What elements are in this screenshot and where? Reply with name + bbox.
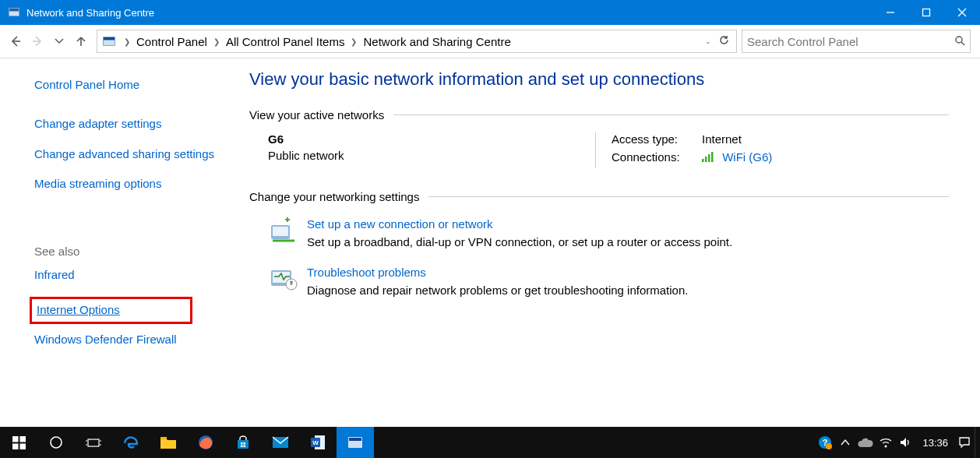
window-titlebar: Network and Sharing Centre (0, 0, 980, 25)
svg-point-49 (826, 443, 832, 449)
svg-line-13 (961, 42, 964, 45)
highlight-box: Internet Options (30, 297, 192, 323)
connections-label: Connections: (612, 150, 702, 164)
task-setup-connection: Set up a new connection or network Set u… (249, 217, 949, 248)
svg-rect-16 (708, 154, 710, 162)
svg-rect-4 (923, 9, 930, 16)
svg-rect-35 (160, 437, 167, 439)
divider (393, 114, 949, 115)
see-also-infrared[interactable]: Infrared (34, 267, 215, 283)
taskbar-file-explorer[interactable] (150, 427, 187, 458)
svg-rect-1 (9, 9, 19, 11)
network-name: G6 (268, 132, 595, 146)
chevron-right-icon[interactable]: ❯ (210, 37, 223, 46)
section-active-networks: View your active networks (249, 108, 384, 122)
taskbar-firefox[interactable] (187, 427, 224, 458)
address-bar[interactable]: ❯ Control Panel ❯ All Control Panel Item… (97, 30, 737, 53)
refresh-button[interactable] (714, 34, 733, 48)
taskbar-mail[interactable] (262, 427, 299, 458)
task-view-button[interactable] (75, 427, 112, 458)
window-title: Network and Sharing Centre (26, 7, 154, 19)
minimize-button[interactable] (872, 0, 908, 25)
taskbar-store[interactable] (224, 427, 262, 458)
svg-rect-25 (12, 436, 19, 442)
maximize-button[interactable] (908, 0, 944, 25)
taskbar-word[interactable]: W (299, 427, 337, 458)
svg-point-29 (51, 437, 62, 448)
access-type-label: Access type: (612, 132, 702, 146)
app-icon (8, 6, 20, 19)
svg-rect-30 (88, 439, 99, 446)
svg-rect-10 (104, 37, 115, 40)
taskbar-edge[interactable] (112, 427, 150, 458)
main-content: View your basic network information and … (234, 58, 980, 428)
sidebar-home[interactable]: Control Panel Home (34, 77, 215, 93)
tray-chevron-up-icon[interactable] (835, 427, 855, 458)
wifi-signal-icon (702, 151, 714, 162)
svg-rect-26 (19, 436, 26, 442)
task-troubleshoot: Troubleshoot problems Diagnose and repai… (249, 266, 949, 297)
svg-rect-39 (241, 446, 243, 448)
divider (428, 196, 949, 197)
connection-link[interactable]: WiFi (G6) (722, 150, 772, 164)
sidebar-link[interactable]: Change advanced sharing settings (34, 146, 215, 162)
svg-rect-2 (9, 12, 19, 16)
tray-volume-icon[interactable] (896, 427, 916, 458)
task-desc: Diagnose and repair network problems or … (307, 284, 688, 297)
svg-rect-27 (12, 443, 19, 449)
svg-rect-14 (702, 159, 704, 162)
task-title[interactable]: Troubleshoot problems (307, 266, 688, 279)
troubleshoot-icon (268, 266, 299, 294)
tray-action-center-icon[interactable] (954, 427, 975, 458)
breadcrumb[interactable]: All Control Panel Items (223, 33, 348, 50)
svg-point-12 (956, 37, 962, 43)
taskbar-control-panel[interactable] (337, 427, 374, 458)
tray-clock[interactable]: 13:36 (916, 437, 954, 449)
sidebar-link[interactable]: Media streaming options (34, 176, 215, 192)
svg-rect-46 (349, 438, 361, 441)
page-heading: View your basic network information and … (249, 69, 949, 90)
control-panel-icon (102, 34, 116, 48)
setup-connection-icon (268, 217, 299, 245)
svg-rect-15 (705, 157, 707, 162)
svg-rect-38 (244, 442, 246, 445)
close-button[interactable] (944, 0, 980, 25)
breadcrumb[interactable]: Network and Sharing Centre (360, 33, 513, 50)
start-button[interactable] (0, 427, 37, 458)
system-tray: ? 13:36 (815, 427, 980, 458)
see-also-header: See also (34, 245, 215, 258)
nav-toolbar: ❯ Control Panel ❯ All Control Panel Item… (0, 25, 980, 58)
svg-text:W: W (312, 439, 319, 446)
svg-rect-19 (273, 227, 288, 236)
back-button[interactable] (5, 30, 26, 52)
task-title[interactable]: Set up a new connection or network (307, 217, 732, 231)
search-input[interactable]: Search Control Panel (742, 30, 971, 53)
tray-wifi-icon[interactable] (876, 427, 896, 458)
svg-rect-11 (104, 41, 115, 45)
task-desc: Set up a broadband, dial-up or VPN conne… (307, 235, 732, 248)
forward-button[interactable] (26, 30, 48, 52)
up-button[interactable] (70, 30, 92, 52)
show-desktop-button[interactable] (975, 427, 980, 458)
section-change-settings: Change your networking settings (249, 190, 419, 203)
cortana-button[interactable] (37, 427, 75, 458)
chevron-down-icon[interactable]: ⌄ (702, 37, 714, 45)
tray-onedrive-icon[interactable] (855, 427, 876, 458)
chevron-right-icon[interactable]: ❯ (347, 37, 360, 46)
tray-help-icon[interactable]: ? (815, 427, 835, 458)
access-type-value: Internet (702, 132, 742, 146)
svg-point-50 (885, 445, 887, 447)
breadcrumb[interactable]: Control Panel (133, 33, 210, 50)
search-icon[interactable] (954, 35, 965, 48)
see-also-internet-options[interactable]: Internet Options (37, 302, 120, 318)
see-also-firewall[interactable]: Windows Defender Firewall (34, 332, 215, 347)
svg-rect-37 (241, 442, 243, 445)
recent-dropdown[interactable] (48, 30, 70, 52)
chevron-right-icon[interactable]: ❯ (121, 37, 133, 46)
network-category: Public network (268, 149, 595, 162)
search-placeholder: Search Control Panel (747, 35, 858, 48)
svg-rect-40 (244, 446, 246, 448)
sidebar-link[interactable]: Change adapter settings (34, 116, 215, 132)
sidebar: Control Panel Home Change adapter settin… (0, 58, 234, 428)
svg-rect-17 (711, 152, 714, 162)
